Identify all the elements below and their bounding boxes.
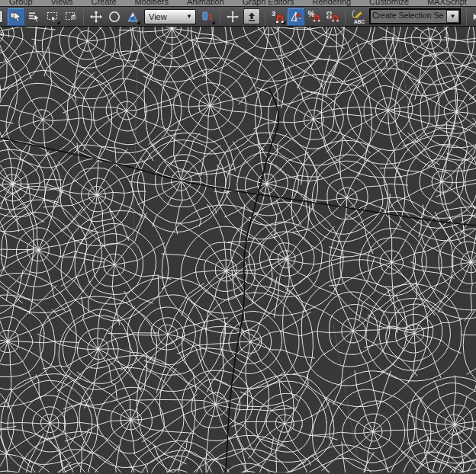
select-object-button[interactable] <box>7 8 25 26</box>
select-object-icon <box>9 10 23 24</box>
named-selection-set-dropdown-button[interactable]: ▼ <box>446 10 459 23</box>
flyout-corner <box>211 21 215 24</box>
toolbar-separator <box>466 8 467 25</box>
named-selection-set-combo[interactable]: Create Selection Se ▼ <box>369 8 461 24</box>
viewport[interactable]: e ] <box>0 27 476 472</box>
menu-item[interactable]: Animation <box>187 0 224 6</box>
mirror-icon <box>471 10 476 24</box>
reference-coordinate-system-value: View <box>149 12 167 21</box>
keyboard-override-icon <box>246 11 258 23</box>
toolbar-separator <box>83 8 84 25</box>
angle-snap-toggle-button[interactable] <box>287 8 305 26</box>
chevron-down-icon: ▼ <box>186 13 192 20</box>
toolbar-separator <box>345 8 346 25</box>
percent-snap-toggle-button[interactable]: % <box>305 8 323 26</box>
edit-named-selection-sets-button[interactable]: ABC <box>349 8 367 26</box>
select-by-name-icon <box>27 10 41 24</box>
menu-item[interactable]: Rendering <box>312 0 351 6</box>
menu-bar: GroupViewsCreateModifiersAnimationGraph … <box>0 0 476 7</box>
wireframe-mesh-canvas[interactable] <box>0 27 476 472</box>
menu-item[interactable]: Modifiers <box>134 0 169 6</box>
chevron-down-icon: ▼ <box>450 13 456 20</box>
select-and-rotate-button[interactable] <box>105 8 124 26</box>
select-and-scale-button[interactable] <box>124 8 142 26</box>
menu-item[interactable]: MAXScript <box>427 0 467 6</box>
main-toolbar: View ▼ 3 <box>0 7 476 27</box>
snap-toggle-3d-button[interactable]: 3 <box>269 8 287 26</box>
toolbar-separator <box>220 8 220 25</box>
reference-coordinate-system-dropdown[interactable]: View ▼ <box>144 9 196 24</box>
toolbar-separator <box>265 8 265 25</box>
percent-snap-icon: % <box>307 9 322 24</box>
partial-toolbar-button[interactable] <box>0 8 7 26</box>
mirror-button[interactable] <box>470 8 476 26</box>
angle-snap-icon <box>288 9 304 24</box>
spinner-snap-icon <box>325 9 340 24</box>
select-by-name-button[interactable] <box>25 8 43 26</box>
use-pivot-point-center-button[interactable] <box>198 8 217 26</box>
rectangular-selection-region-button[interactable] <box>43 8 62 26</box>
spinner-snap-toggle-button[interactable] <box>323 8 342 26</box>
menu-item[interactable]: Customize <box>369 0 409 6</box>
menu-item[interactable]: Views <box>50 0 72 6</box>
select-and-move-icon <box>89 10 103 24</box>
select-and-move-button[interactable] <box>87 8 105 26</box>
menu-item[interactable]: Graph Editors <box>243 0 294 6</box>
viewport-label-partial: e ] <box>0 29 11 37</box>
select-and-manipulate-icon <box>226 10 240 24</box>
svg-text:3: 3 <box>272 10 275 18</box>
flyout-corner <box>281 21 285 24</box>
flyout-corner <box>137 21 140 24</box>
flyout-corner <box>56 21 60 24</box>
window-crossing-toggle-button[interactable] <box>62 8 80 26</box>
window-crossing-icon <box>64 10 78 24</box>
named-selection-sets-icon: ABC <box>350 9 365 24</box>
keyboard-shortcut-override-button[interactable] <box>243 8 260 24</box>
partial-button-icon <box>0 10 3 23</box>
select-and-manipulate-button[interactable] <box>224 8 242 26</box>
named-selection-set-value[interactable]: Create Selection Se <box>371 10 446 23</box>
select-and-rotate-icon <box>108 10 121 24</box>
menu-items: GroupViewsCreateModifiersAnimationGraph … <box>0 0 476 6</box>
named-sets-abc-text: ABC <box>354 18 365 24</box>
menu-item[interactable]: Create <box>91 0 116 6</box>
menu-item[interactable]: Group <box>9 0 33 6</box>
